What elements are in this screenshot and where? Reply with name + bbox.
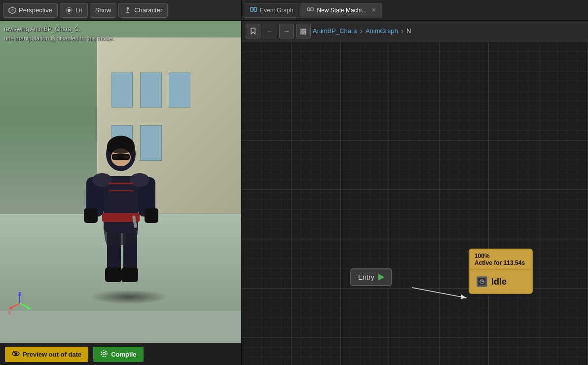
breadcrumb-animbp[interactable]: AnimBP_Chara: [313, 27, 357, 35]
breadcrumb-sep-1: ›: [360, 27, 363, 36]
lit-label: Lit: [75, 6, 82, 14]
preview-out-of-date-button[interactable]: Preview out of date: [5, 347, 88, 362]
idle-node-tooltip: 100% Active for 113.54s: [469, 249, 533, 269]
event-graph-icon: [250, 6, 257, 14]
tab-event-graph[interactable]: Event Graph: [244, 3, 299, 18]
svg-rect-54: [301, 32, 303, 34]
main-content: reviewing AnimBP_Chara_C. one manipulati…: [0, 21, 588, 365]
idle-tooltip-percent: 100%: [475, 253, 527, 259]
axis-indicator: Z X: [7, 291, 32, 316]
character-button[interactable]: Character: [118, 3, 168, 18]
bookmark-button[interactable]: [246, 24, 260, 38]
entry-play-icon: [378, 274, 384, 281]
preview-btn-label: Preview out of date: [23, 351, 81, 358]
perspective-label: Perspective: [19, 6, 52, 14]
tab-state-machine[interactable]: New State Machi... ✕: [300, 3, 382, 18]
forward-button[interactable]: →: [279, 24, 294, 38]
lit-icon: [65, 6, 73, 14]
svg-rect-55: [304, 32, 306, 34]
svg-rect-52: [301, 29, 303, 31]
svg-rect-21: [121, 267, 138, 282]
character-figure: [72, 97, 170, 304]
entry-node: Entry: [350, 268, 392, 286]
eye-icon: [12, 350, 20, 359]
state-machine-icon: [307, 6, 314, 14]
svg-point-4: [68, 9, 71, 12]
forward-arrow-icon: →: [283, 27, 290, 35]
svg-text:X: X: [8, 310, 11, 316]
graph-panel: ← → AnimBP_Chara › AnimGraph › N: [242, 21, 588, 365]
show-label: Show: [95, 6, 111, 14]
svg-rect-26: [84, 208, 98, 223]
character-label: Character: [134, 6, 162, 14]
back-button[interactable]: ←: [262, 24, 277, 38]
svg-rect-53: [304, 29, 306, 31]
svg-point-35: [124, 155, 128, 158]
svg-rect-27: [145, 208, 158, 223]
viewport-bottom-bar: Preview out of date Compile: [0, 343, 241, 365]
svg-point-29: [130, 173, 149, 187]
lit-button[interactable]: Lit: [60, 3, 88, 18]
perspective-button[interactable]: Perspective: [3, 3, 58, 18]
breadcrumb: AnimBP_Chara › AnimGraph › N: [313, 27, 411, 36]
compile-btn-label: Compile: [111, 351, 136, 358]
show-button[interactable]: Show: [90, 3, 117, 18]
viewport-toolbar: Perspective Lit Show: [0, 0, 242, 20]
svg-point-34: [114, 155, 118, 158]
graph-grid: [242, 41, 588, 365]
viewport-panel: reviewing AnimBP_Chara_C. one manipulati…: [0, 21, 242, 365]
svg-rect-12: [251, 7, 253, 11]
breadcrumb-animgraph[interactable]: AnimGraph: [366, 27, 398, 35]
entry-label: Entry: [358, 273, 374, 281]
svg-rect-20: [105, 267, 122, 282]
graph-tabs-bar: Event Graph New State Machi... ✕: [242, 0, 588, 20]
idle-node-label: Idle: [491, 277, 507, 287]
svg-point-28: [92, 173, 112, 187]
character-icon: [124, 6, 132, 14]
idle-node[interactable]: 100% Active for 113.54s Idle: [469, 249, 533, 294]
entry-node-body[interactable]: Entry: [350, 268, 392, 286]
home-button[interactable]: [296, 24, 311, 38]
svg-rect-15: [307, 8, 310, 11]
close-tab-icon[interactable]: ✕: [371, 7, 376, 13]
idle-node-thumbnail: [477, 276, 487, 287]
graph-canvas[interactable]: Entry 100% Active for 113.54s: [242, 41, 588, 365]
breadcrumb-bar: ← → AnimBP_Chara › AnimGraph › N: [242, 21, 588, 41]
gear-icon: [100, 350, 108, 359]
idle-node-body[interactable]: Idle: [469, 269, 533, 294]
svg-point-10: [127, 7, 129, 9]
compile-button[interactable]: Compile: [93, 347, 143, 362]
breadcrumb-sep-2: ›: [401, 27, 404, 36]
tab-state-machine-label: New State Machi...: [317, 7, 367, 14]
breadcrumb-current: N: [406, 27, 411, 35]
svg-rect-16: [311, 8, 313, 11]
top-bar: Perspective Lit Show: [0, 0, 588, 21]
idle-tooltip-time: Active for 113.54s: [475, 259, 527, 266]
window-3: [169, 73, 190, 108]
tab-event-graph-label: Event Graph: [260, 7, 293, 14]
svg-text:Z: Z: [18, 292, 21, 297]
svg-rect-13: [254, 7, 257, 11]
back-arrow-icon: ←: [266, 27, 273, 35]
svg-point-51: [101, 351, 107, 357]
svg-marker-0: [9, 7, 16, 14]
viewport-canvas[interactable]: reviewing AnimBP_Chara_C. one manipulati…: [0, 21, 241, 343]
svg-point-50: [103, 352, 106, 355]
cube-icon: [8, 6, 16, 14]
